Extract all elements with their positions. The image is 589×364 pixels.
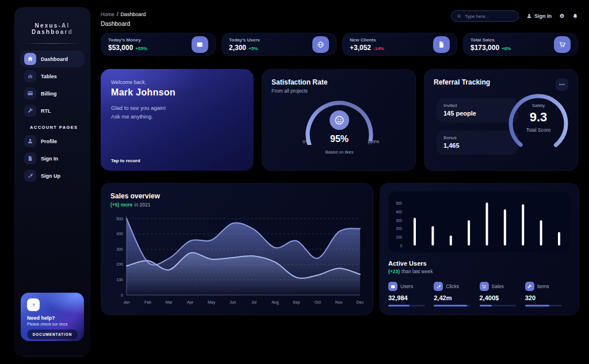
sidebar-item-label: Tables [41,74,57,79]
welcome-line2: Ask me anything. [111,112,243,121]
documentation-button[interactable]: DOCUMENTATION [27,329,78,339]
settings-button[interactable] [559,13,565,19]
search-input[interactable] [465,14,513,19]
question-icon [27,298,40,311]
stat-delta: +55% [135,46,147,51]
breadcrumb-separator: / [117,12,118,17]
stats-row: Today's Money $53,000+55% Today's Users … [101,33,578,56]
svg-text:Apr: Apr [187,300,194,305]
safety-caption: Total Score [526,127,551,133]
metric-label: Clicks [446,283,459,289]
stat-card-todays-users: Today's Users 2,300+5% [221,33,336,56]
weekly-bar-chart: 5004003002001000 [388,191,571,255]
svg-text:300: 300 [116,247,123,251]
sidebar-item-sign-up[interactable]: Sign Up [20,167,85,184]
active-users-delta-caption: than last week [401,269,433,274]
smile-icon [330,110,349,130]
sidebar-item-label: RTL [41,108,51,114]
sign-in-button[interactable]: Sign In [526,13,552,19]
stat-card-total-sales: Total Sales $173,000+8% [463,33,578,56]
sidebar-item-label: Dashboard [41,56,68,62]
sidebar-item-sign-in[interactable]: Sign In [20,150,85,167]
sales-period: in 2021 [135,202,151,208]
svg-text:500: 500 [116,217,123,221]
bonus-label: Bonus [443,135,511,140]
active-users-metrics: Users 32,984 Clicks 2,42m [388,282,571,306]
satisfaction-caption: Based on likes [326,150,354,155]
stat-delta: -14% [373,46,384,51]
metric-progress [434,305,471,306]
stat-delta: +5% [248,46,258,51]
sidebar-divider [23,43,82,44]
sidebar-nav: Dashboard Tables Billing RTL ACCOUNT PAG… [15,49,90,186]
invited-value: 145 people [443,110,511,117]
safety-label: Safety [532,103,545,108]
metric-value: 2,400$ [480,294,525,301]
stat-value: $173,000 [471,44,499,52]
tap-to-record-button[interactable]: Tap to record [111,158,140,163]
main-content: Home/Dashboard Dashboard Sign In T [101,0,578,364]
svg-text:400: 400 [396,210,402,214]
stat-label: New Clients [350,37,384,43]
app-logo: Nexus-AI Dashboard [15,7,90,35]
svg-text:Jul: Jul [251,300,257,304]
home-icon [24,53,36,65]
welcome-greeting: Welcome back, [111,79,243,85]
metric-label: Sales [492,283,504,289]
sidebar-item-label: Sign In [41,156,58,162]
sales-title: Sales overview [110,192,364,200]
gear-icon [559,13,565,19]
active-users-delta: (+23) [388,269,400,274]
help-title: Need help? [27,315,78,321]
search-icon [457,14,461,18]
sidebar-item-rtl[interactable]: RTL [20,102,85,119]
referral-title: Referral Tracking [434,78,490,86]
metric-label: Users [400,283,413,289]
bell-icon [572,13,578,19]
svg-text:Dec: Dec [357,300,364,304]
satisfaction-rate-card: Satisfaction Rate From all projects 0% 1… [262,69,416,171]
referral-tracking-card: Referral Tracking Invited 145 people Bon… [424,69,578,171]
sidebar-item-tables[interactable]: Tables [20,68,85,85]
svg-text:0: 0 [121,293,123,297]
sidebar: Nexus-AI Dashboard Dashboard Tables Bill… [14,7,90,357]
sales-delta: (+5) more [110,202,133,208]
metric-value: 320 [525,294,571,301]
stat-card-todays-money: Today's Money $53,000+55% [101,33,216,56]
active-users-title: Active Users [388,260,571,267]
notifications-button[interactable] [572,13,578,19]
svg-text:Nov: Nov [335,300,343,304]
safety-score: 9.3 [530,110,548,125]
sidebar-item-billing[interactable]: Billing [20,85,85,102]
breadcrumb-current: Dashboard [121,12,146,17]
wrench-icon [24,105,36,117]
gauge-max-label: 100% [368,139,379,144]
svg-text:100: 100 [116,278,123,282]
globe-icon [312,36,329,53]
sidebar-item-label: Profile [41,139,57,144]
breadcrumb-root[interactable]: Home [101,12,114,17]
metric-items: Items 320 [525,282,571,306]
sidebar-item-dashboard[interactable]: Dashboard [20,51,85,67]
page-title: Dashboard [101,20,130,27]
rocket-icon [24,170,36,182]
middle-row: Welcome back, Mark Johnson Glad to see y… [101,69,578,171]
metric-progress [525,305,562,306]
metric-progress [388,305,425,306]
sidebar-item-profile[interactable]: Profile [20,133,85,150]
metric-users: Users 32,984 [388,282,434,306]
referral-menu-button[interactable] [556,78,568,91]
ellipsis-icon [559,81,565,88]
sign-in-label: Sign In [534,13,552,19]
cart-icon [480,282,489,291]
welcome-line1: Glad to see you again! [111,104,243,112]
satisfaction-value: 95% [330,134,349,144]
sales-overview-card: Sales overview (+5) morein 2021 01002003… [101,183,373,315]
breadcrumb: Home/Dashboard [101,12,146,17]
topbar-actions: Sign In [451,10,578,22]
wrench-icon [525,282,534,291]
svg-text:200: 200 [116,262,123,266]
welcome-card: Welcome back, Mark Johnson Glad to see y… [101,69,254,171]
wallet-icon [192,36,208,53]
search-box [451,10,519,22]
